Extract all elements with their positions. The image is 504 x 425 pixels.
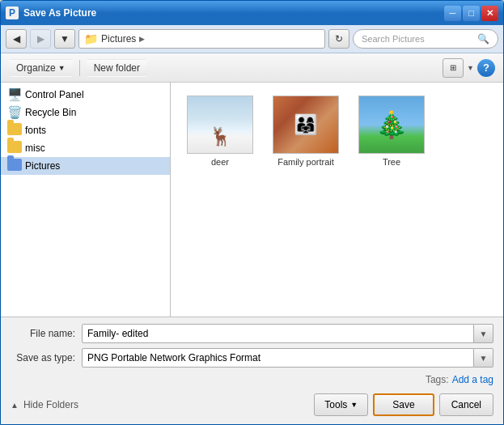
search-icon: 🔍 bbox=[477, 33, 489, 45]
sidebar-label-pictures: Pictures bbox=[25, 160, 60, 172]
tags-label: Tags: bbox=[426, 374, 449, 385]
sidebar-label-misc: misc bbox=[25, 142, 45, 154]
deer-thumbnail bbox=[188, 96, 252, 154]
title-bar: P Save As Picture ─ □ ✕ bbox=[1, 1, 503, 25]
organize-label: Organize bbox=[16, 62, 56, 74]
file-item-tree[interactable]: Tree bbox=[355, 96, 428, 167]
filename-row: File name: ▼ bbox=[11, 324, 493, 343]
filename-combo: ▼ bbox=[82, 324, 493, 343]
window-controls: ─ □ ✕ bbox=[444, 6, 498, 21]
file-grid: deer Family portrait Tree bbox=[171, 83, 503, 317]
file-thumb-tree bbox=[358, 96, 425, 154]
action-buttons: Tools ▼ Save Cancel bbox=[314, 393, 493, 416]
cancel-button[interactable]: Cancel bbox=[439, 393, 493, 416]
file-thumb-family bbox=[273, 96, 339, 154]
view-dropdown-icon: ▼ bbox=[467, 64, 474, 72]
sidebar-list: 🖥️ Control Panel 🗑️ Recycle Bin fonts bbox=[1, 83, 170, 317]
forward-button[interactable]: ▶ bbox=[30, 29, 51, 49]
hide-folders-label: Hide Folders bbox=[23, 399, 78, 410]
action-row: ▲ Hide Folders Tools ▼ Save Cancel bbox=[11, 389, 493, 418]
folder-icon: 📁 bbox=[84, 32, 98, 45]
sidebar-label-recycle-bin: Recycle Bin bbox=[25, 107, 76, 118]
file-thumb-deer bbox=[187, 96, 253, 154]
pictures-folder-icon bbox=[7, 159, 22, 173]
organize-button[interactable]: Organize ▼ bbox=[9, 59, 73, 77]
back-button[interactable]: ◀ bbox=[6, 29, 27, 49]
toolbar: Organize ▼ New folder ⊞ ▼ ? bbox=[1, 53, 503, 83]
saveastype-dropdown-button[interactable]: ▼ bbox=[474, 348, 493, 368]
file-item-family-portrait[interactable]: Family portrait bbox=[269, 96, 342, 167]
saveastype-input[interactable] bbox=[82, 348, 474, 368]
refresh-button[interactable]: ↻ bbox=[328, 29, 349, 49]
bottom-area: File name: ▼ Save as type: ▼ Tags: Add a… bbox=[1, 317, 503, 424]
view-button[interactable]: ⊞ bbox=[443, 58, 464, 78]
sidebar-label-fonts: fonts bbox=[25, 125, 46, 136]
sidebar: 🖥️ Control Panel 🗑️ Recycle Bin fonts bbox=[1, 83, 171, 317]
sidebar-item-recycle-bin[interactable]: 🗑️ Recycle Bin bbox=[1, 104, 170, 121]
toolbar-right: ⊞ ▼ ? bbox=[443, 58, 495, 78]
search-placeholder: Search Pictures bbox=[362, 34, 425, 44]
recycle-bin-icon: 🗑️ bbox=[7, 105, 22, 120]
path-dropdown-chevron: ▶ bbox=[139, 35, 145, 43]
app-icon: P bbox=[6, 6, 19, 19]
dialog-title: Save As Picture bbox=[23, 7, 444, 19]
address-bar: ◀ ▶ ▼ 📁 Pictures ▶ ↻ Search Pictures 🔍 bbox=[1, 25, 503, 53]
filename-label: File name: bbox=[11, 328, 75, 339]
hide-folders-chevron-icon: ▲ bbox=[11, 401, 19, 410]
dialog-window: P Save As Picture ─ □ ✕ ◀ ▶ ▼ 📁 Pictures… bbox=[0, 0, 504, 425]
help-button[interactable]: ? bbox=[477, 59, 495, 77]
file-name-tree: Tree bbox=[383, 157, 400, 167]
organize-dropdown-icon: ▼ bbox=[58, 64, 66, 72]
filename-input[interactable] bbox=[82, 324, 474, 343]
tools-dropdown-icon: ▼ bbox=[350, 401, 358, 409]
new-folder-button[interactable]: New folder bbox=[87, 59, 147, 77]
save-button[interactable]: Save bbox=[373, 393, 434, 416]
saveastype-row: Save as type: ▼ bbox=[11, 348, 493, 368]
close-button[interactable]: ✕ bbox=[481, 6, 498, 21]
saveastype-label: Save as type: bbox=[11, 352, 75, 363]
control-panel-icon: 🖥️ bbox=[7, 87, 22, 102]
tools-button[interactable]: Tools ▼ bbox=[314, 393, 368, 416]
toolbar-separator bbox=[79, 60, 80, 76]
add-tag-link[interactable]: Add a tag bbox=[452, 374, 493, 385]
file-item-deer[interactable]: deer bbox=[184, 96, 256, 167]
tags-row: Tags: Add a tag bbox=[11, 372, 493, 389]
sidebar-item-control-panel[interactable]: 🖥️ Control Panel bbox=[1, 86, 170, 104]
file-area: deer Family portrait Tree bbox=[171, 83, 503, 317]
saveastype-combo: ▼ bbox=[82, 348, 493, 368]
breadcrumb[interactable]: 📁 Pictures ▶ bbox=[78, 29, 325, 49]
tools-label: Tools bbox=[324, 399, 347, 410]
misc-folder-icon bbox=[7, 141, 22, 155]
file-name-deer: deer bbox=[211, 157, 229, 167]
new-folder-label: New folder bbox=[94, 62, 140, 74]
sidebar-item-fonts[interactable]: fonts bbox=[1, 121, 170, 139]
maximize-button[interactable]: □ bbox=[463, 6, 480, 21]
current-path: Pictures bbox=[101, 33, 136, 45]
main-content: 🖥️ Control Panel 🗑️ Recycle Bin fonts bbox=[1, 83, 503, 317]
fonts-folder-icon bbox=[7, 123, 22, 138]
dropdown-arrow-button[interactable]: ▼ bbox=[54, 29, 75, 49]
sidebar-label-control-panel: Control Panel bbox=[25, 89, 84, 100]
file-name-family: Family portrait bbox=[277, 157, 334, 167]
sidebar-item-misc[interactable]: misc bbox=[1, 139, 170, 157]
sidebar-item-pictures[interactable]: Pictures bbox=[1, 157, 170, 175]
family-thumbnail bbox=[273, 96, 338, 154]
search-box[interactable]: Search Pictures 🔍 bbox=[353, 29, 498, 49]
tree-thumbnail bbox=[359, 96, 424, 154]
filename-dropdown-button[interactable]: ▼ bbox=[474, 324, 493, 343]
hide-folders-toggle[interactable]: ▲ Hide Folders bbox=[11, 399, 78, 410]
minimize-button[interactable]: ─ bbox=[444, 6, 461, 21]
